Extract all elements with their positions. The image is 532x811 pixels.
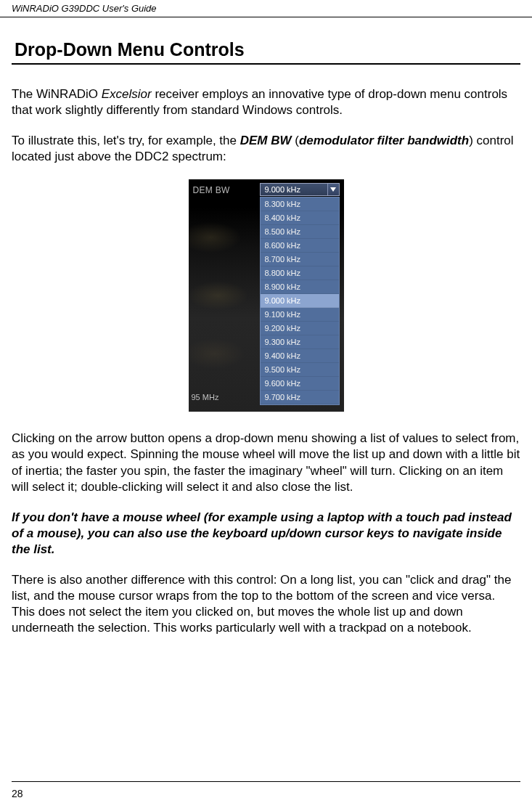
paragraph-5: There is also another difference with th…: [12, 572, 520, 636]
dropdown-option[interactable]: 8.600 kHz: [261, 239, 339, 253]
dropdown-option[interactable]: 8.700 kHz: [261, 253, 339, 266]
paragraph-2: To illustrate this, let's try, for examp…: [12, 133, 520, 165]
page-number: 28: [12, 788, 23, 799]
dropdown-option[interactable]: 8.800 kHz: [261, 266, 339, 280]
dem-bw-label: DEM BW: [193, 185, 230, 195]
italic-text: Excelsior: [102, 87, 152, 101]
dropdown-option[interactable]: 9.100 kHz: [261, 308, 339, 322]
bold-italic-text: demodulator filter bandwidth: [299, 134, 469, 147]
text: The WiNRADiO: [12, 87, 102, 101]
paragraph-3: Clicking on the arrow button opens a dro…: [12, 431, 520, 494]
screenshot-frame: DEM BW 9.000 kHz 8.300 kHz8.400 kHz8.500…: [189, 179, 344, 412]
paragraph-1: The WiNRADiO Excelsior receiver employs …: [12, 86, 520, 118]
dropdown-option[interactable]: 8.300 kHz: [261, 197, 339, 211]
waterfall-bg: [189, 208, 260, 397]
dropdown-option[interactable]: 9.300 kHz: [261, 335, 339, 349]
dropdown-option[interactable]: 9.200 kHz: [261, 322, 339, 335]
combobox-value: 9.000 kHz: [261, 185, 327, 194]
document-header: WiNRADiO G39DDC User's Guide: [0, 0, 532, 17]
dropdown-option[interactable]: 8.500 kHz: [261, 225, 339, 239]
dropdown-option[interactable]: 9.700 kHz: [261, 391, 339, 404]
footer-divider: [12, 781, 520, 782]
frequency-caption: 95 MHz: [192, 393, 219, 402]
bold-italic-text: DEM BW: [240, 134, 292, 147]
dropdown-option[interactable]: 8.400 kHz: [261, 211, 339, 225]
dem-bw-combobox[interactable]: 9.000 kHz: [260, 183, 340, 196]
dropdown-option[interactable]: 9.000 kHz: [261, 294, 339, 308]
section-divider: [12, 63, 520, 65]
dropdown-option[interactable]: 9.500 kHz: [261, 363, 339, 377]
dropdown-option[interactable]: 8.900 kHz: [261, 280, 339, 294]
page-content: Drop-Down Menu Controls The WiNRADiO Exc…: [0, 17, 532, 636]
text: To illustrate this, let's try, for examp…: [12, 134, 240, 147]
chevron-down-icon[interactable]: [327, 184, 339, 195]
dropdown-list[interactable]: 8.300 kHz8.400 kHz8.500 kHz8.600 kHz8.70…: [260, 197, 340, 405]
example-screenshot: DEM BW 9.000 kHz 8.300 kHz8.400 kHz8.500…: [12, 179, 520, 412]
dropdown-option[interactable]: 9.400 kHz: [261, 349, 339, 363]
dropdown-option[interactable]: 9.600 kHz: [261, 377, 339, 391]
svg-marker-0: [330, 187, 336, 192]
section-heading: Drop-Down Menu Controls: [12, 39, 520, 60]
paragraph-4-note: If you don't have a mouse wheel (for exa…: [12, 510, 520, 558]
text: (: [292, 134, 299, 147]
